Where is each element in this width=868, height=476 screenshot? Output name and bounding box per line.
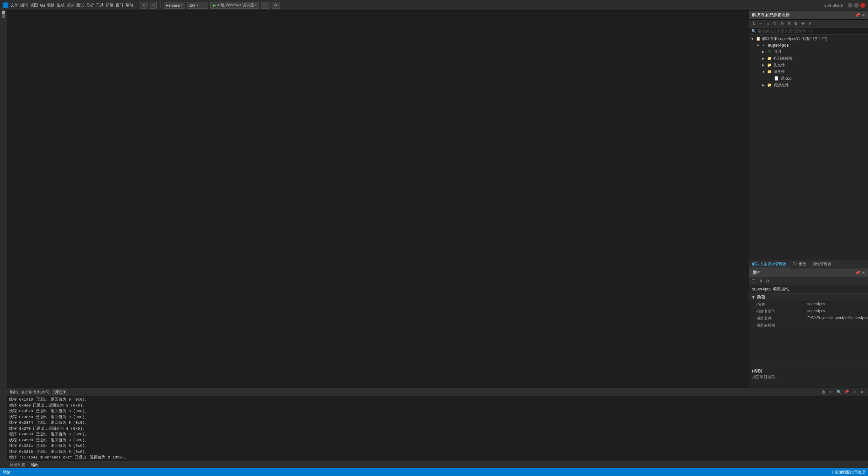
sidebar-tab-server-explorer[interactable]: 服务器资源管理器 — [0, 15, 7, 18]
tree-ext-deps-node[interactable]: ▶ 📁 外部依赖项 — [749, 55, 868, 62]
menu-debug[interactable]: 调试 — [67, 2, 74, 8]
live-share-button[interactable]: Live Share — [824, 3, 843, 7]
output-find-button[interactable]: 🔍 — [836, 389, 842, 395]
run-dropdown-arrow: ▾ — [255, 4, 257, 7]
undo-button[interactable]: ↩ — [141, 2, 148, 9]
run-debugger-button[interactable]: ▶ 本地 Windows 调试器 ▾ — [210, 2, 259, 9]
tree-source-files-node[interactable]: ▼ 📁 源文件 — [749, 68, 868, 75]
se-filter-button[interactable]: ▽ — [772, 20, 778, 27]
properties-desc-title: (名称) — [752, 368, 865, 374]
sidebar-tab-toolbox[interactable]: 工具箱 — [0, 12, 7, 15]
redo-button[interactable]: ↪ — [150, 2, 157, 9]
menu-edit[interactable]: 编辑 — [20, 2, 28, 8]
prop-list-view-button[interactable]: ☰ — [751, 278, 757, 284]
tree-resource-files-node[interactable]: ▶ 📁 资源文件 — [749, 82, 868, 88]
prop-settings-button[interactable]: ⚙ — [765, 278, 771, 284]
output-line: 线程 0x3818 已退出，返回值为 0 (0x0)。 — [9, 449, 866, 455]
ext-deps-expand-arrow: ▶ — [762, 56, 767, 60]
tree-project-node[interactable]: ▼ ▪ super4pcs — [749, 42, 868, 48]
output-source-dropdown[interactable]: 调试 ▾ — [53, 389, 67, 395]
right-panel: 解决方案资源管理器 📌 ✕ ↻ ← ⌂ ▽ ⊞ ⊟ ⚙ 👁 ✕ 🔍 — [749, 11, 868, 388]
se-collapse-button[interactable]: ⊟ — [786, 20, 792, 27]
tree-solution-node[interactable]: ▼ 📋 解决方案'super4pcs'(1 个项目/共 1 个) — [749, 35, 868, 42]
ref-node-label: 引用 — [773, 49, 781, 54]
tree-header-files-node[interactable]: ▶ 📁 头文件 — [749, 62, 868, 68]
config-dropdown[interactable]: Release ▾ — [164, 2, 185, 9]
se-back-button[interactable]: ← — [758, 20, 764, 27]
prop-pin-button[interactable]: 📌 — [855, 270, 860, 275]
platform-dropdown[interactable]: x64 ▾ — [187, 2, 208, 9]
menu-window[interactable]: 窗口 — [116, 2, 123, 8]
se-sync-button[interactable]: ↻ — [751, 20, 757, 27]
menu-file[interactable]: 文件 — [11, 2, 18, 8]
close-button[interactable] — [860, 3, 865, 8]
prop-row-deps: 项目依赖项 — [749, 322, 868, 329]
output-line: 程序 0x4300 已退出，返回值为 0 (0x0)。 — [9, 431, 866, 437]
search-icon: 🔍 — [751, 29, 756, 33]
ext-deps-node-label: 外部依赖项 — [773, 56, 793, 61]
se-expand-button[interactable]: ⊞ — [779, 20, 785, 27]
titlebar: 文件 编辑 视图 Git 项目 生成 调试 测试 分析 工具 扩展 窗口 帮助 … — [0, 0, 868, 11]
output-clear-button[interactable]: 🗑 — [820, 389, 827, 395]
ext-deps-icon: 📁 — [767, 56, 772, 61]
ref-expand-arrow: ▶ — [762, 50, 767, 54]
se-home-button[interactable]: ⌂ — [765, 20, 771, 27]
statusbar-left: 就绪 — [3, 470, 11, 475]
play-icon: ▶ — [213, 3, 216, 8]
se-close-tab-button[interactable]: ✕ — [807, 20, 813, 27]
toolbar-extra-btn-1[interactable]: ⬛ — [261, 2, 269, 9]
output-pin-button[interactable]: 📌 — [843, 389, 850, 395]
prop-sort-button[interactable]: ⇅ — [758, 278, 764, 284]
platform-dropdown-arrow: ▾ — [197, 4, 198, 7]
resource-files-node-label: 资源文件 — [773, 82, 789, 88]
menu-analyze[interactable]: 分析 — [86, 2, 94, 8]
statusbar-source-control-text[interactable]: ↑ 添加到源代码管理 — [831, 470, 865, 475]
solution-explorer-title: 解决方案资源管理器 — [752, 12, 790, 18]
output-wrap-button[interactable]: ↵ — [828, 389, 834, 395]
menu-help[interactable]: 帮助 — [125, 2, 133, 8]
toolbar-separator-1 — [137, 2, 137, 8]
output-line: 线程 0x45d8 已退出，返回值为 0 (0x0)。 — [9, 437, 866, 443]
toolbar-extra-btn-2[interactable]: ⚙ — [272, 2, 280, 9]
menu-build[interactable]: 生成 — [57, 2, 64, 8]
search-placeholder[interactable]: 搜索解决方案资源管理器(Ctrl+;) — [758, 28, 812, 34]
se-settings-button[interactable]: ⚙ — [793, 20, 799, 27]
ref-icon: ⬡ — [767, 49, 772, 54]
prop-close-button[interactable]: ✕ — [862, 270, 865, 275]
se-tab-git-changes[interactable]: Git 更改 — [790, 260, 809, 268]
se-tab-solution-explorer[interactable]: 解决方案资源管理器 — [749, 260, 790, 268]
solution-expand-arrow: ▼ — [751, 37, 756, 41]
menu-project[interactable]: 项目 — [47, 2, 55, 8]
prop-group-misc: ▼ 杂项 — [749, 294, 868, 301]
output-close-button[interactable]: ✕ — [859, 389, 865, 395]
output-tab-output[interactable]: 输出 — [28, 462, 42, 468]
minimize-button[interactable] — [848, 3, 853, 8]
output-line: 程序 0x4e0 已退出，返回值为 0 (0x0)。 — [9, 403, 866, 409]
properties-toolbar: ☰ ⇅ ⚙ — [749, 277, 868, 285]
output-content[interactable]: 线程 0x3594 已退出，返回值为 0 (0x0)。线程 0x5cc4 已退出… — [7, 396, 868, 461]
menu-extensions[interactable]: 扩展 — [106, 2, 114, 8]
tree-source-cpp-node[interactable]: 📄 源.cpp — [749, 75, 868, 82]
editor-main — [7, 11, 749, 388]
prop-row-name: (名称) super4pcs — [749, 301, 868, 308]
output-panel-title: 输出 — [10, 389, 18, 395]
menu-git[interactable]: Git — [40, 3, 45, 7]
se-pin-button[interactable]: 📌 — [855, 13, 860, 18]
tree-ref-node[interactable]: ▶ ⬡ 引用 — [749, 48, 868, 55]
output-toolbar-right: 🗑 ↵ 🔍 📌 □ ✕ — [820, 389, 865, 395]
prop-name-label: (名称) — [749, 301, 805, 308]
se-preview-button[interactable]: 👁 — [800, 20, 806, 27]
output-controls: 显示输出来源(S): 调试 ▾ — [21, 389, 818, 395]
prop-project-file-value: E:\VsProjects\super4pcs\super4pcs\ — [805, 315, 868, 322]
se-tab-property-manager[interactable]: 属性管理器 — [809, 260, 835, 268]
statusbar-ready-text: 就绪 — [3, 470, 11, 475]
menu-test[interactable]: 测试 — [76, 2, 84, 8]
se-close-button[interactable]: ✕ — [862, 13, 865, 18]
maximize-button[interactable] — [854, 3, 859, 8]
output-tab-error-list[interactable]: 错误列表 — [7, 462, 28, 468]
menu-view[interactable]: 视图 — [30, 2, 38, 8]
output-float-button[interactable]: □ — [851, 389, 857, 395]
menu-tools[interactable]: 工具 — [96, 2, 104, 8]
output-source-label: 显示输出来源(S): — [21, 389, 50, 395]
sidebar-tab-tool[interactable]: 工具 — [0, 19, 7, 22]
